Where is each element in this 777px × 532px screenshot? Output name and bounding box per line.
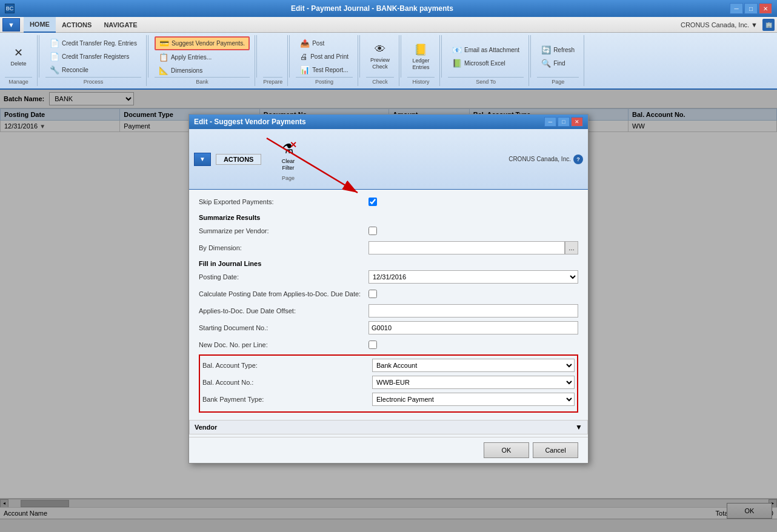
close-button[interactable]: ✕: [759, 3, 772, 14]
ribbon-group-prepare: Prepare: [258, 35, 288, 86]
filter-x-icon: ✕: [290, 140, 297, 150]
ribbon-group-history-label: History: [407, 77, 435, 85]
dimensions-button[interactable]: 📐 Dimensions: [155, 64, 250, 77]
sep7: [441, 35, 442, 78]
posting-date-select[interactable]: 12/31/2016: [368, 270, 578, 284]
modal-cancel-button[interactable]: Cancel: [533, 442, 578, 458]
dimensions-label: Dimensions: [171, 67, 202, 74]
modal-ok-button[interactable]: OK: [484, 442, 529, 458]
by-dimension-input-group: …: [368, 241, 578, 254]
help-icon[interactable]: ?: [573, 155, 583, 164]
menu-item-actions[interactable]: ACTIONS: [56, 17, 98, 33]
ribbon-group-posting-buttons: 📤 Post 🖨 Post and Print 📊 Test Report...: [296, 36, 353, 77]
test-report-button[interactable]: 📊 Test Report...: [296, 64, 353, 76]
modal-actions-tab[interactable]: ACTIONS: [216, 154, 262, 165]
vendor-section[interactable]: Vendor ▼: [189, 420, 588, 434]
credit-transfer-reg-button[interactable]: 📄 Credit Transfer Reg. Entries: [45, 37, 141, 50]
clear-filter-button[interactable]: ⚗ ✕ ClearFilter: [273, 137, 302, 175]
title-bar-controls: ─ □ ✕: [730, 3, 772, 14]
by-dimension-input[interactable]: [368, 241, 565, 254]
skip-exported-checkbox[interactable]: [368, 198, 377, 206]
menu-item-home[interactable]: HOME: [24, 17, 56, 33]
ribbon-group-page-buttons: 🔄 Refresh 🔍 Find: [537, 36, 579, 77]
bank-payment-type-select[interactable]: Electronic Payment Computer Check Manual…: [372, 393, 575, 406]
modal-overlay: Edit - Suggest Vendor Payments ─ □ ✕ ▼ A…: [0, 90, 777, 532]
modal-scroll-area[interactable]: Skip Exported Payments: Summarize Result…: [189, 190, 588, 417]
find-label: Find: [553, 60, 565, 67]
calc-posting-date-label: Calculate Posting Date from Applies-to-D…: [199, 290, 368, 298]
ledger-entries-icon: 📒: [414, 43, 427, 56]
starting-doc-label: Starting Document No.:: [199, 324, 368, 331]
nav-dropdown-button[interactable]: ▼: [2, 18, 20, 32]
ribbon-group-posting-label: Posting: [296, 77, 353, 85]
refresh-button[interactable]: 🔄 Refresh: [537, 44, 579, 56]
ribbon-group-sendto-buttons: 📧 Email as Attachment 📗 Microsoft Excel: [448, 36, 524, 77]
by-dimension-row: By Dimension: …: [199, 241, 578, 255]
applies-to-offset-input[interactable]: [368, 304, 578, 318]
ribbon-group-history: 📒 LedgerEntries History: [402, 35, 440, 86]
modal-minimize-button[interactable]: ─: [544, 117, 556, 127]
credit-transfer-reg-icon: 📄: [50, 39, 59, 48]
post-button[interactable]: 📤 Post: [296, 37, 353, 50]
email-icon: 📧: [452, 45, 462, 55]
modal-footer: OK Cancel: [189, 437, 588, 463]
refresh-icon: 🔄: [541, 45, 551, 55]
post-and-print-button[interactable]: 🖨 Post and Print: [296, 50, 353, 63]
suggest-vendor-icon: 💳: [159, 39, 169, 48]
ribbon-group-bank-buttons: 💳 Suggest Vendor Payments. 📋 Apply Entri…: [155, 36, 250, 77]
highlighted-fields-group: Bal. Account Type: Bank Account G/L Acco…: [199, 354, 578, 413]
ribbon-group-bank-label: Bank: [155, 77, 250, 85]
skip-exported-row: Skip Exported Payments:: [199, 195, 578, 209]
ribbon-group-manage: ✕ Delete Manage: [0, 35, 38, 86]
suggest-vendor-button[interactable]: 💳 Suggest Vendor Payments.: [155, 36, 250, 50]
bal-account-type-row: Bal. Account Type: Bank Account G/L Acco…: [202, 358, 575, 373]
reconcile-icon: 🔧: [50, 65, 59, 75]
calc-posting-date-checkbox[interactable]: [368, 290, 377, 298]
clear-filter-icon-wrapper: ⚗ ✕: [279, 140, 297, 158]
skip-exported-label: Skip Exported Payments:: [199, 198, 368, 205]
content-area: Batch Name: BANK Posting Date Document T…: [0, 90, 777, 532]
ribbon-group-history-buttons: 📒 LedgerEntries: [407, 36, 435, 77]
process-col: 📄 Credit Transfer Reg. Entries 📄 Credit …: [45, 37, 141, 76]
microsoft-excel-button[interactable]: 📗 Microsoft Excel: [448, 57, 524, 70]
reconcile-button[interactable]: 🔧 Reconcile: [45, 64, 141, 76]
clear-filter-page-label: Page: [282, 175, 295, 181]
modal-maximize-button[interactable]: □: [558, 117, 570, 127]
refresh-label: Refresh: [553, 47, 575, 53]
sendto-col: 📧 Email as Attachment 📗 Microsoft Excel: [448, 44, 524, 70]
ribbon-group-sendto-label: Send To: [448, 77, 524, 85]
sep1: [39, 35, 39, 78]
company-name[interactable]: CRONUS Canada, Inc. ▼: [681, 21, 758, 28]
ribbon-group-check: 👁 PreviewCheck Check: [361, 35, 399, 86]
ribbon-group-prepare-label: Prepare: [263, 77, 282, 85]
by-dimension-browse-button[interactable]: …: [565, 241, 578, 254]
modal-controls: ─ □ ✕: [544, 117, 583, 127]
credit-transfer-registers-button[interactable]: 📄 Credit Transfer Registers: [45, 50, 141, 63]
vendor-chevron-icon: ▼: [575, 423, 582, 431]
menu-item-navigate[interactable]: NAVIGATE: [98, 17, 143, 33]
title-bar-left: BC: [5, 4, 15, 13]
ledger-entries-button[interactable]: 📒 LedgerEntries: [407, 41, 435, 73]
maximize-button[interactable]: □: [744, 3, 758, 14]
starting-doc-input[interactable]: [368, 321, 578, 334]
preview-check-button[interactable]: 👁 PreviewCheck: [366, 41, 394, 73]
microsoft-excel-label: Microsoft Excel: [464, 60, 505, 67]
dimensions-icon: 📐: [159, 66, 168, 75]
apply-entries-button[interactable]: 📋 Apply Entries...: [155, 51, 250, 64]
summarize-vendor-checkbox[interactable]: [368, 227, 377, 235]
delete-button[interactable]: ✕ Delete: [5, 44, 32, 70]
modal-close-button[interactable]: ✕: [571, 117, 583, 127]
sep2: [148, 35, 148, 78]
email-attachment-button[interactable]: 📧 Email as Attachment: [448, 44, 524, 56]
find-button[interactable]: 🔍 Find: [537, 57, 579, 70]
new-doc-checkbox[interactable]: [368, 341, 377, 349]
posting-date-wrapper: 12/31/2016: [368, 270, 578, 284]
minimize-button[interactable]: ─: [730, 3, 743, 14]
ribbon-group-page: 🔄 Refresh 🔍 Find Page: [532, 35, 584, 86]
bank-col: 💳 Suggest Vendor Payments. 📋 Apply Entri…: [155, 36, 250, 77]
bal-account-type-select[interactable]: Bank Account G/L Account Fixed Asset: [372, 359, 575, 372]
bal-account-no-select[interactable]: WWB-EUR WWB-USD: [372, 376, 575, 389]
modal-nav-button[interactable]: ▼: [194, 153, 211, 166]
calc-posting-date-row: Calculate Posting Date from Applies-to-D…: [199, 287, 578, 301]
summarize-vendor-label: Summarize per Vendor:: [199, 227, 368, 234]
